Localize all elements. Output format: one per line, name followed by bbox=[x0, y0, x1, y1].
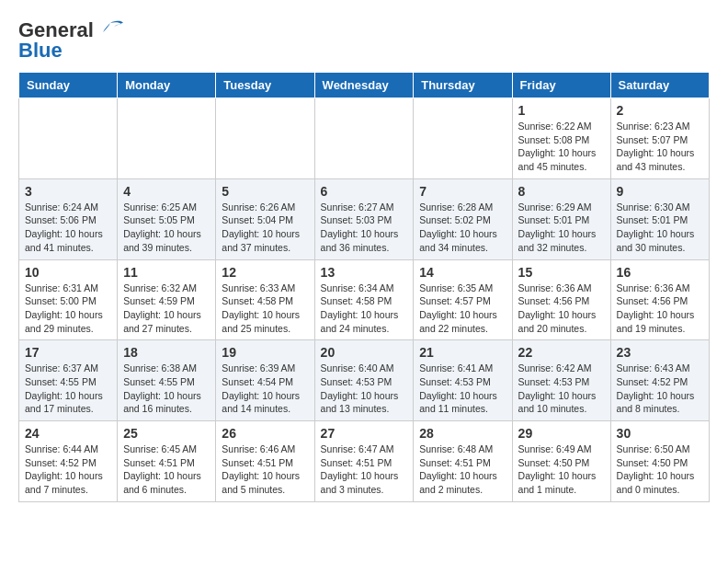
calendar-cell bbox=[414, 98, 512, 179]
calendar-week-row: 1Sunrise: 6:22 AM Sunset: 5:08 PM Daylig… bbox=[19, 98, 710, 179]
logo-bird-icon bbox=[96, 19, 125, 41]
calendar-cell: 10Sunrise: 6:31 AM Sunset: 5:00 PM Dayli… bbox=[19, 259, 118, 340]
calendar-cell bbox=[19, 98, 118, 179]
calendar-cell: 28Sunrise: 6:48 AM Sunset: 4:51 PM Dayli… bbox=[414, 421, 512, 502]
day-info: Sunrise: 6:50 AM Sunset: 4:50 PM Dayligh… bbox=[617, 442, 703, 497]
calendar-week-row: 24Sunrise: 6:44 AM Sunset: 4:52 PM Dayli… bbox=[19, 421, 710, 502]
day-number: 26 bbox=[222, 426, 308, 441]
weekday-header-sunday: Sunday bbox=[19, 73, 118, 98]
day-info: Sunrise: 6:38 AM Sunset: 4:55 PM Dayligh… bbox=[123, 362, 210, 416]
day-info: Sunrise: 6:41 AM Sunset: 4:53 PM Dayligh… bbox=[419, 362, 506, 416]
calendar-cell: 19Sunrise: 6:39 AM Sunset: 4:54 PM Dayli… bbox=[216, 340, 314, 421]
weekday-header-row: SundayMondayTuesdayWednesdayThursdayFrid… bbox=[19, 73, 710, 98]
weekday-header-monday: Monday bbox=[118, 73, 216, 98]
calendar-cell bbox=[118, 98, 216, 179]
day-number: 3 bbox=[25, 184, 111, 199]
day-info: Sunrise: 6:24 AM Sunset: 5:06 PM Dayligh… bbox=[25, 201, 111, 255]
calendar-cell: 6Sunrise: 6:27 AM Sunset: 5:03 PM Daylig… bbox=[314, 178, 414, 259]
day-number: 5 bbox=[222, 184, 308, 199]
page-header: General Blue bbox=[18, 18, 710, 63]
calendar-cell bbox=[216, 98, 314, 179]
weekday-header-friday: Friday bbox=[512, 73, 610, 98]
day-number: 28 bbox=[419, 426, 506, 441]
day-number: 29 bbox=[518, 426, 605, 441]
calendar-cell: 23Sunrise: 6:43 AM Sunset: 4:52 PM Dayli… bbox=[610, 340, 709, 421]
calendar-cell: 22Sunrise: 6:42 AM Sunset: 4:53 PM Dayli… bbox=[512, 340, 610, 421]
day-number: 9 bbox=[617, 184, 703, 199]
day-number: 15 bbox=[518, 265, 605, 280]
calendar-week-row: 10Sunrise: 6:31 AM Sunset: 5:00 PM Dayli… bbox=[19, 259, 710, 340]
day-info: Sunrise: 6:25 AM Sunset: 5:05 PM Dayligh… bbox=[123, 201, 210, 255]
day-info: Sunrise: 6:32 AM Sunset: 4:59 PM Dayligh… bbox=[123, 282, 210, 336]
weekday-header-saturday: Saturday bbox=[610, 73, 709, 98]
day-info: Sunrise: 6:43 AM Sunset: 4:52 PM Dayligh… bbox=[617, 362, 703, 416]
day-number: 1 bbox=[518, 103, 605, 118]
logo-blue-text: Blue bbox=[18, 39, 63, 63]
calendar-cell: 5Sunrise: 6:26 AM Sunset: 5:04 PM Daylig… bbox=[216, 178, 314, 259]
weekday-header-wednesday: Wednesday bbox=[314, 73, 414, 98]
day-number: 21 bbox=[419, 345, 506, 360]
day-info: Sunrise: 6:34 AM Sunset: 4:58 PM Dayligh… bbox=[321, 282, 408, 336]
day-number: 30 bbox=[617, 426, 703, 441]
calendar-cell: 27Sunrise: 6:47 AM Sunset: 4:51 PM Dayli… bbox=[314, 421, 414, 502]
logo: General Blue bbox=[18, 18, 125, 63]
calendar-cell: 18Sunrise: 6:38 AM Sunset: 4:55 PM Dayli… bbox=[118, 340, 216, 421]
day-info: Sunrise: 6:42 AM Sunset: 4:53 PM Dayligh… bbox=[518, 362, 605, 416]
day-number: 17 bbox=[25, 345, 111, 360]
day-info: Sunrise: 6:44 AM Sunset: 4:52 PM Dayligh… bbox=[25, 442, 111, 497]
calendar-week-row: 17Sunrise: 6:37 AM Sunset: 4:55 PM Dayli… bbox=[19, 340, 710, 421]
day-info: Sunrise: 6:46 AM Sunset: 4:51 PM Dayligh… bbox=[222, 442, 308, 497]
day-number: 24 bbox=[25, 426, 111, 441]
day-info: Sunrise: 6:36 AM Sunset: 4:56 PM Dayligh… bbox=[617, 282, 703, 336]
day-info: Sunrise: 6:40 AM Sunset: 4:53 PM Dayligh… bbox=[321, 362, 408, 416]
calendar-cell: 9Sunrise: 6:30 AM Sunset: 5:01 PM Daylig… bbox=[610, 178, 709, 259]
calendar-cell: 8Sunrise: 6:29 AM Sunset: 5:01 PM Daylig… bbox=[512, 178, 610, 259]
day-info: Sunrise: 6:23 AM Sunset: 5:07 PM Dayligh… bbox=[617, 120, 703, 174]
day-info: Sunrise: 6:39 AM Sunset: 4:54 PM Dayligh… bbox=[222, 362, 308, 416]
day-info: Sunrise: 6:26 AM Sunset: 5:04 PM Dayligh… bbox=[222, 201, 308, 255]
calendar-cell: 15Sunrise: 6:36 AM Sunset: 4:56 PM Dayli… bbox=[512, 259, 610, 340]
day-number: 20 bbox=[321, 345, 408, 360]
day-info: Sunrise: 6:35 AM Sunset: 4:57 PM Dayligh… bbox=[419, 282, 506, 336]
day-info: Sunrise: 6:22 AM Sunset: 5:08 PM Dayligh… bbox=[518, 120, 605, 174]
day-number: 8 bbox=[518, 184, 605, 199]
calendar-cell: 1Sunrise: 6:22 AM Sunset: 5:08 PM Daylig… bbox=[512, 98, 610, 179]
calendar-week-row: 3Sunrise: 6:24 AM Sunset: 5:06 PM Daylig… bbox=[19, 178, 710, 259]
calendar-cell: 24Sunrise: 6:44 AM Sunset: 4:52 PM Dayli… bbox=[19, 421, 118, 502]
calendar-cell: 17Sunrise: 6:37 AM Sunset: 4:55 PM Dayli… bbox=[19, 340, 118, 421]
calendar-table: SundayMondayTuesdayWednesdayThursdayFrid… bbox=[18, 72, 710, 502]
calendar-cell: 3Sunrise: 6:24 AM Sunset: 5:06 PM Daylig… bbox=[19, 178, 118, 259]
day-number: 25 bbox=[123, 426, 210, 441]
calendar-cell bbox=[314, 98, 414, 179]
calendar-cell: 20Sunrise: 6:40 AM Sunset: 4:53 PM Dayli… bbox=[314, 340, 414, 421]
day-info: Sunrise: 6:37 AM Sunset: 4:55 PM Dayligh… bbox=[25, 362, 111, 416]
day-info: Sunrise: 6:30 AM Sunset: 5:01 PM Dayligh… bbox=[617, 201, 703, 255]
calendar-cell: 13Sunrise: 6:34 AM Sunset: 4:58 PM Dayli… bbox=[314, 259, 414, 340]
day-info: Sunrise: 6:29 AM Sunset: 5:01 PM Dayligh… bbox=[518, 201, 605, 255]
day-number: 22 bbox=[518, 345, 605, 360]
day-info: Sunrise: 6:31 AM Sunset: 5:00 PM Dayligh… bbox=[25, 282, 111, 336]
calendar-cell: 26Sunrise: 6:46 AM Sunset: 4:51 PM Dayli… bbox=[216, 421, 314, 502]
day-info: Sunrise: 6:28 AM Sunset: 5:02 PM Dayligh… bbox=[419, 201, 506, 255]
day-info: Sunrise: 6:45 AM Sunset: 4:51 PM Dayligh… bbox=[123, 442, 210, 497]
calendar-cell: 7Sunrise: 6:28 AM Sunset: 5:02 PM Daylig… bbox=[414, 178, 512, 259]
day-number: 13 bbox=[321, 265, 408, 280]
day-number: 6 bbox=[321, 184, 408, 199]
calendar-cell: 21Sunrise: 6:41 AM Sunset: 4:53 PM Dayli… bbox=[414, 340, 512, 421]
calendar-cell: 14Sunrise: 6:35 AM Sunset: 4:57 PM Dayli… bbox=[414, 259, 512, 340]
day-info: Sunrise: 6:49 AM Sunset: 4:50 PM Dayligh… bbox=[518, 442, 605, 497]
weekday-header-thursday: Thursday bbox=[414, 73, 512, 98]
day-info: Sunrise: 6:27 AM Sunset: 5:03 PM Dayligh… bbox=[321, 201, 408, 255]
day-number: 7 bbox=[419, 184, 506, 199]
calendar-cell: 2Sunrise: 6:23 AM Sunset: 5:07 PM Daylig… bbox=[610, 98, 709, 179]
calendar-cell: 30Sunrise: 6:50 AM Sunset: 4:50 PM Dayli… bbox=[610, 421, 709, 502]
calendar-cell: 12Sunrise: 6:33 AM Sunset: 4:58 PM Dayli… bbox=[216, 259, 314, 340]
day-number: 27 bbox=[321, 426, 408, 441]
calendar-cell: 25Sunrise: 6:45 AM Sunset: 4:51 PM Dayli… bbox=[118, 421, 216, 502]
day-number: 18 bbox=[123, 345, 210, 360]
day-number: 16 bbox=[617, 265, 703, 280]
day-info: Sunrise: 6:48 AM Sunset: 4:51 PM Dayligh… bbox=[419, 442, 506, 497]
day-info: Sunrise: 6:33 AM Sunset: 4:58 PM Dayligh… bbox=[222, 282, 308, 336]
calendar-cell: 4Sunrise: 6:25 AM Sunset: 5:05 PM Daylig… bbox=[118, 178, 216, 259]
day-number: 11 bbox=[123, 265, 210, 280]
